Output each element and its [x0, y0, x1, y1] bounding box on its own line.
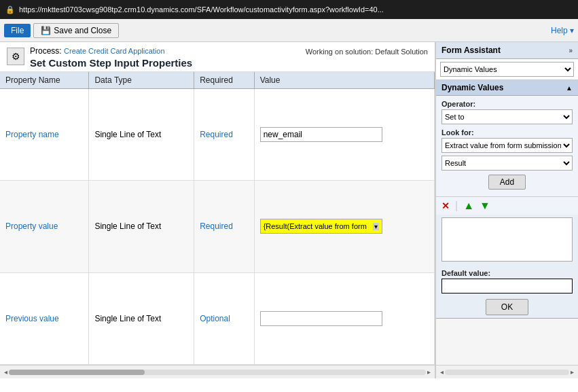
value-input-0[interactable] — [260, 127, 382, 142]
default-value-section: Default value: — [436, 266, 578, 295]
right-horizontal-scrollbar[interactable]: ◂ ▸ — [436, 365, 578, 378]
save-icon: 💾 — [41, 26, 51, 35]
save-close-button[interactable]: 💾 Save and Close — [33, 23, 119, 38]
dynamic-value-text: {Result(Extract value from form — [264, 222, 367, 230]
help-link[interactable]: Help ▾ — [551, 26, 574, 35]
data-type-1: Single Line of Text — [89, 181, 194, 272]
look-for-label: Look for: — [441, 128, 573, 137]
titlebar: 🔒 https://mkttest0703cwsg908tp2.crm10.dy… — [0, 0, 578, 19]
table-row: Previous value Single Line of Text Optio… — [0, 272, 435, 364]
properties-table: Property Name Data Type Required Value P… — [0, 72, 435, 365]
file-button[interactable]: File — [4, 24, 31, 37]
process-label: Process: — [30, 46, 62, 56]
required-2: Optional — [194, 272, 255, 364]
value-dynamic-1[interactable]: {Result(Extract value from form ▾ — [260, 219, 382, 234]
save-close-label: Save and Close — [54, 26, 111, 35]
lock-icon: 🔒 — [5, 5, 15, 14]
form-assistant-title: Form Assistant — [441, 46, 501, 55]
remove-button[interactable]: ✕ — [441, 200, 450, 211]
value-input-2[interactable] — [260, 311, 382, 326]
working-on-label: Working on solution: Default Solution — [306, 46, 428, 56]
dynamic-values-select[interactable]: Dynamic Values Static Values Operators — [440, 62, 574, 77]
move-up-button[interactable]: ▲ — [463, 200, 474, 212]
settings-icon: ⚙ — [7, 48, 24, 65]
add-button[interactable]: Add — [488, 175, 526, 190]
scroll-track[interactable] — [9, 370, 426, 375]
col-data-type: Data Type — [89, 72, 194, 89]
required-0: Required — [194, 89, 255, 181]
dv-content: Operator: Set to Look for: Extract value… — [436, 96, 578, 196]
data-type-2: Single Line of Text — [89, 272, 194, 364]
default-value-input[interactable] — [441, 279, 573, 293]
property-name-0[interactable]: Property name — [5, 130, 59, 139]
property-name-1[interactable]: Property value — [5, 221, 58, 231]
scroll-thumb[interactable] — [9, 370, 145, 375]
data-type-0: Single Line of Text — [89, 89, 194, 181]
form-assistant-chevron[interactable]: » — [568, 47, 573, 54]
operator-label: Operator: — [441, 100, 573, 108]
dv-section-title: Dynamic Values — [441, 83, 503, 92]
right-panel: Form Assistant » Dynamic Values Static V… — [435, 42, 578, 378]
toolbar: File 💾 Save and Close Help ▾ — [0, 19, 578, 42]
scroll-left-arrow[interactable]: ◂ — [3, 368, 9, 376]
property-name-2[interactable]: Previous value — [5, 314, 59, 323]
right-scroll-track[interactable] — [445, 370, 569, 375]
operator-select[interactable]: Set to — [441, 109, 573, 124]
form-assistant-header: Form Assistant » — [436, 42, 578, 59]
scroll-right-arrow[interactable]: ▸ — [426, 368, 432, 376]
left-panel: ⚙ Process: Create Credit Card Applicatio… — [0, 42, 435, 378]
table-row: Property name Single Line of Text Requir… — [0, 89, 435, 181]
table-row: Property value Single Line of Text Requi… — [0, 181, 435, 272]
horizontal-scrollbar[interactable]: ◂ ▸ — [0, 365, 435, 378]
dv-collapse-icon[interactable]: ▲ — [566, 84, 573, 92]
process-header: ⚙ Process: Create Credit Card Applicatio… — [0, 42, 435, 72]
url-bar[interactable]: https://mkttest0703cwsg908tp2.crm10.dyna… — [19, 5, 573, 14]
dynamic-values-section: Dynamic Values ▲ Operator: Set to Look f… — [436, 80, 578, 319]
col-required: Required — [194, 72, 255, 89]
main-content: ⚙ Process: Create Credit Card Applicatio… — [0, 42, 578, 378]
separator: | — [455, 200, 458, 212]
action-row: ✕ | ▲ ▼ — [436, 196, 578, 215]
ok-button[interactable]: OK — [486, 299, 528, 315]
step-title: Set Custom Step Input Properties — [30, 57, 192, 69]
look-for-select[interactable]: Extract value from form submission — [441, 138, 573, 153]
process-name-link[interactable]: Create Credit Card Application — [64, 47, 165, 55]
right-scroll-left-arrow[interactable]: ◂ — [439, 368, 445, 376]
dynamic-value-textarea[interactable] — [441, 217, 573, 262]
result-select[interactable]: Result — [441, 156, 573, 171]
dynamic-value-arrow[interactable]: ▾ — [373, 223, 379, 230]
right-scroll-right-arrow[interactable]: ▸ — [569, 368, 575, 376]
col-value: Value — [254, 72, 434, 89]
required-1: Required — [194, 181, 255, 272]
default-value-label: Default value: — [441, 269, 573, 277]
move-down-button[interactable]: ▼ — [480, 200, 490, 212]
dynamic-values-title: Dynamic Values ▲ — [436, 80, 578, 96]
col-property-name: Property Name — [0, 72, 89, 89]
dynamic-values-row: Dynamic Values Static Values Operators — [436, 59, 578, 80]
